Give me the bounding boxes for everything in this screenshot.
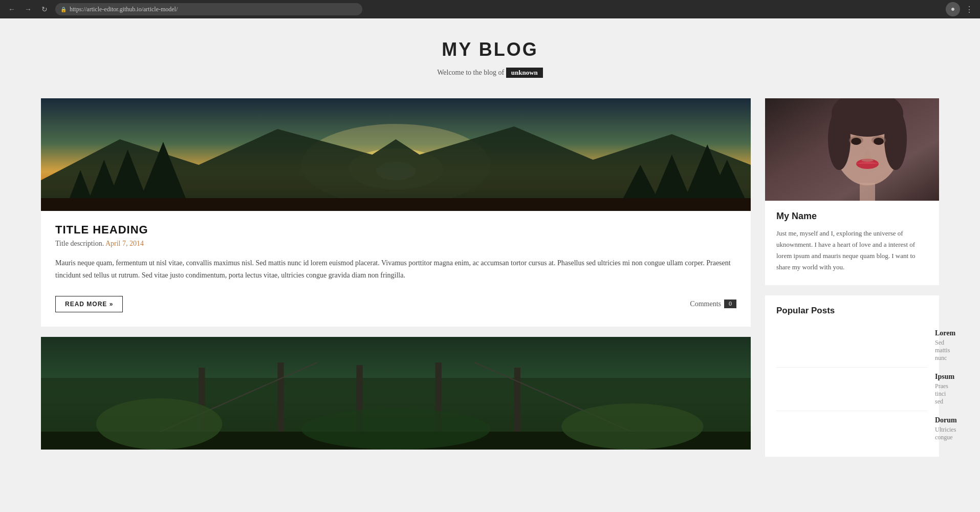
article-card-2 [41,337,751,450]
article-image-container [41,98,751,211]
svg-point-35 [874,138,884,145]
article-meta: Title description. April 7, 2014 [55,240,736,248]
profile-image-container [765,98,939,201]
article-body: TITLE HEADING Title description. April 7… [41,211,751,327]
blog-header: MY BLOG Welcome to the blog of unknown [41,39,939,78]
profile-bio: Just me, myself and I, exploring the uni… [776,228,928,273]
svg-rect-37 [860,183,875,201]
browser-chrome: ← → ↻ 🔒 https://article-editor.github.io… [0,0,980,18]
popular-post-item-3[interactable]: Dorum Ultricies congue [776,411,928,446]
article-footer: READ MORE » Comments 0 [55,296,736,312]
article-description-prefix: Title description. [55,240,104,247]
profile-image [765,98,939,201]
subtitle-prefix: Welcome to the blog of [437,69,504,76]
back-button[interactable]: ← [6,4,17,15]
url-text: https://article-editor.github.io/article… [70,6,178,13]
article-card: TITLE HEADING Title description. April 7… [41,98,751,327]
read-more-button[interactable]: READ MORE » [55,296,123,312]
popular-post-name-1: Lorem [935,329,955,337]
svg-rect-13 [41,198,751,211]
popular-post-desc-3: Ultricies congue [935,426,957,441]
svg-point-26 [301,409,491,450]
popular-post-item-2[interactable]: Ipsum Praes tinci sed [776,368,928,411]
svg-point-34 [851,138,861,145]
more-options-icon[interactable]: ⋮ [965,5,974,14]
posts-column: TITLE HEADING Title description. April 7… [41,98,751,460]
popular-post-name-3: Dorum [935,416,957,424]
popular-posts-title: Popular Posts [776,306,928,316]
popular-post-desc-2: Praes tinci sed [935,382,954,406]
lock-icon: 🔒 [60,7,67,12]
comments-badge: Comments 0 [690,300,736,308]
blog-subtitle: Welcome to the blog of unknown [41,68,939,78]
popular-post-name-2: Ipsum [935,373,954,381]
profile-card: My Name Just me, myself and I, exploring… [765,98,939,285]
main-layout: TITLE HEADING Title description. April 7… [41,98,939,460]
sidebar: My Name Just me, myself and I, exploring… [765,98,939,457]
comments-count: 0 [724,300,736,308]
comments-label: Comments [690,300,721,308]
page-content: MY BLOG Welcome to the blog of unknown [0,18,980,480]
article-excerpt: Mauris neque quam, fermentum ut nisl vit… [55,257,736,282]
svg-point-31 [884,109,907,170]
popular-post-info-2: Ipsum Praes tinci sed [935,373,954,406]
popular-post-info-3: Dorum Ultricies congue [935,416,957,441]
svg-point-24 [96,398,223,450]
refresh-button[interactable]: ↻ [39,4,50,15]
profile-body: My Name Just me, myself and I, exploring… [765,201,939,285]
svg-point-30 [828,109,851,170]
bridge-image [41,337,751,450]
profile-avatar[interactable]: ● [946,2,960,16]
popular-post-info-1: Lorem Sed mattis nunc [935,329,955,362]
mountain-image [41,98,751,211]
svg-point-25 [561,403,703,450]
address-bar[interactable]: 🔒 https://article-editor.github.io/artic… [55,3,362,15]
profile-name: My Name [776,211,928,222]
blog-title: MY BLOG [41,39,939,60]
article-heading: TITLE HEADING [55,223,736,237]
article-image-container-2 [41,337,751,450]
popular-post-item[interactable]: Lorem Sed mattis nunc [776,324,928,368]
author-tag: unknown [506,68,543,78]
popular-posts-card: Popular Posts Lorem Sed mattis nunc Ipsu… [765,295,939,457]
popular-post-desc-1: Sed mattis nunc [935,339,955,362]
forward-button[interactable]: → [23,4,34,15]
article-date: April 7, 2014 [105,240,144,247]
